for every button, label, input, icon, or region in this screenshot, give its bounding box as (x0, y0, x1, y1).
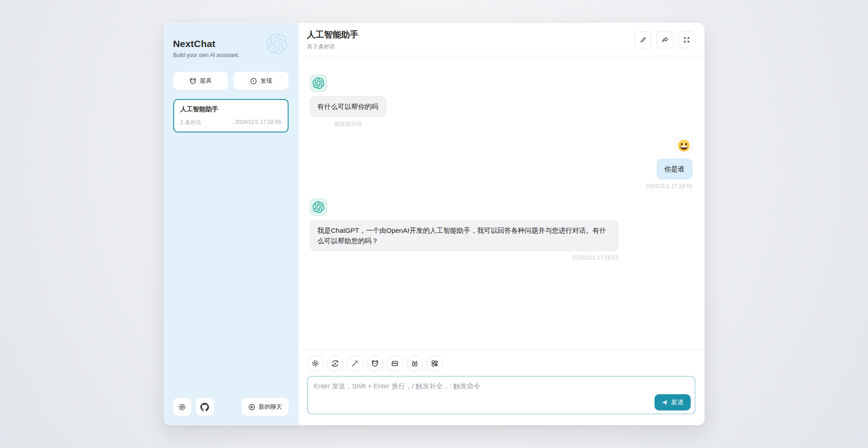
session-message-count: 2 条对话 (180, 119, 201, 127)
clear-context-button[interactable] (387, 355, 403, 372)
assistant-message: 有什么可以帮你的吗 预设提示词 (310, 75, 693, 128)
paper-plane-icon (661, 399, 668, 406)
rename-button[interactable] (635, 31, 652, 48)
discover-icon (250, 77, 257, 85)
fullscreen-icon (683, 36, 690, 43)
message-input[interactable] (307, 376, 695, 414)
message-bubble[interactable]: 我是ChatGPT，一个由OpenAI开发的人工智能助手，我可以回答各种问题并与… (310, 220, 618, 251)
mask-icon (371, 359, 379, 368)
session-meta: 2 条对话 2024/11/1 17:18:55 (180, 119, 281, 127)
share-button[interactable] (656, 31, 674, 48)
composer: A (298, 349, 704, 425)
openai-logo-watermark-icon (266, 33, 288, 55)
clear-box-icon (391, 359, 399, 368)
new-chat-label: 新的聊天 (259, 403, 282, 411)
send-button[interactable]: 发送 (655, 394, 691, 410)
message-timestamp: 2024/11/1 17:18:53 (646, 183, 693, 189)
message-timestamp: 2024/11/1 17:18:53 (310, 255, 618, 261)
sidebar: NextChat Build your own AI assistant. 面具… (164, 23, 298, 425)
message-list[interactable]: 有什么可以帮你的吗 预设提示词 你是谁 2024/11/1 17:18:53 (298, 57, 704, 349)
session-item-selected[interactable]: 人工智能助手 2 条对话 2024/11/1 17:18:55 (173, 99, 289, 132)
share-icon (661, 36, 669, 43)
model-settings-button[interactable] (307, 355, 323, 372)
preset-prompt-label: 预设提示词 (310, 120, 386, 128)
github-button[interactable] (196, 398, 214, 416)
prompt-button[interactable] (347, 355, 363, 372)
github-icon (200, 403, 209, 411)
sidebar-header: NextChat Build your own AI assistant. (173, 32, 289, 58)
chat-panel: 人工智能助手 共 2 条对话 (298, 23, 704, 425)
robot-icon (411, 359, 419, 368)
smiley-emoji-icon (678, 140, 690, 151)
theme-button[interactable]: A (327, 355, 343, 372)
model-select-button[interactable] (407, 355, 423, 372)
openai-logo-icon (313, 77, 324, 89)
chat-header: 人工智能助手 共 2 条对话 (298, 23, 704, 57)
session-title: 人工智能助手 (180, 105, 281, 113)
openai-logo-icon (313, 201, 324, 213)
settings-button[interactable] (173, 398, 191, 416)
fullscreen-button[interactable] (678, 31, 695, 48)
auto-theme-icon: A (331, 359, 339, 368)
shortcuts-button[interactable] (427, 355, 443, 372)
gear-icon (178, 403, 186, 411)
nextchat-window: NextChat Build your own AI assistant. 面具… (164, 23, 705, 425)
svg-text:A: A (334, 362, 337, 366)
user-message: 你是谁 2024/11/1 17:18:53 (310, 137, 693, 189)
masks-button[interactable]: 面具 (173, 72, 228, 90)
chat-header-actions (635, 31, 695, 48)
pencil-icon (640, 36, 647, 43)
plus-circle-icon (248, 403, 256, 411)
mask-button[interactable] (367, 355, 383, 372)
chat-title[interactable]: 人工智能助手 (307, 29, 635, 41)
new-chat-button[interactable]: 新的聊天 (242, 398, 289, 416)
message-bubble[interactable]: 你是谁 (657, 159, 693, 179)
assistant-avatar (310, 75, 327, 92)
session-timestamp: 2024/11/1 17:18:55 (235, 119, 281, 127)
discover-button[interactable]: 发现 (233, 72, 289, 90)
masks-button-label: 面具 (200, 77, 212, 85)
sidebar-footer: 新的聊天 (173, 398, 289, 416)
chat-toolbar: A (298, 350, 704, 376)
mask-icon (189, 77, 197, 85)
assistant-message: 我是ChatGPT，一个由OpenAI开发的人工智能助手，我可以回答各种问题并与… (310, 198, 693, 261)
message-bubble[interactable]: 有什么可以帮你的吗 (310, 96, 386, 117)
chat-subtitle: 共 2 条对话 (307, 43, 635, 51)
user-avatar (675, 137, 693, 154)
gear-icon (311, 359, 319, 368)
discover-button-label: 发现 (261, 77, 272, 85)
sidebar-nav: 面具 发现 (173, 72, 289, 90)
session-list: 人工智能助手 2 条对话 2024/11/1 17:18:55 (173, 99, 289, 398)
magic-wand-icon (351, 359, 359, 368)
grid-icon (431, 359, 439, 368)
assistant-avatar (310, 198, 327, 216)
send-button-label: 发送 (671, 398, 684, 406)
input-area: 发送 (298, 376, 704, 425)
